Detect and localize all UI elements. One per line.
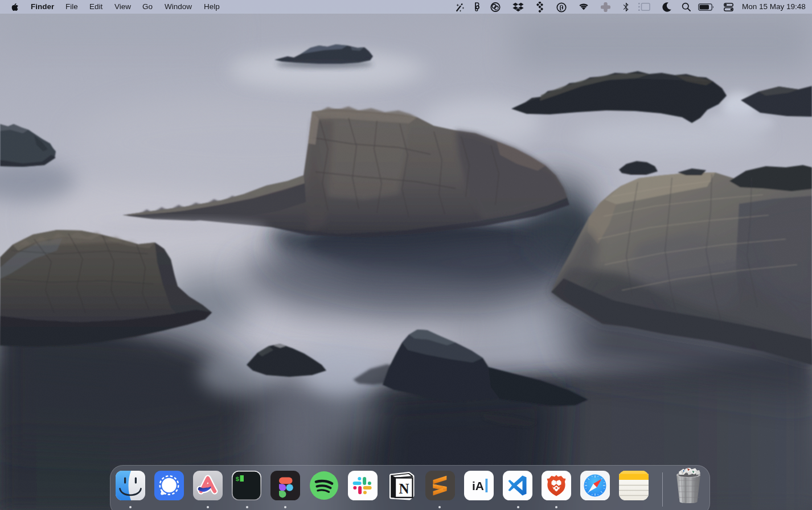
svg-text:$: $ xyxy=(236,475,240,483)
svg-text:iA: iA xyxy=(472,479,484,492)
svg-text:N: N xyxy=(399,481,409,496)
